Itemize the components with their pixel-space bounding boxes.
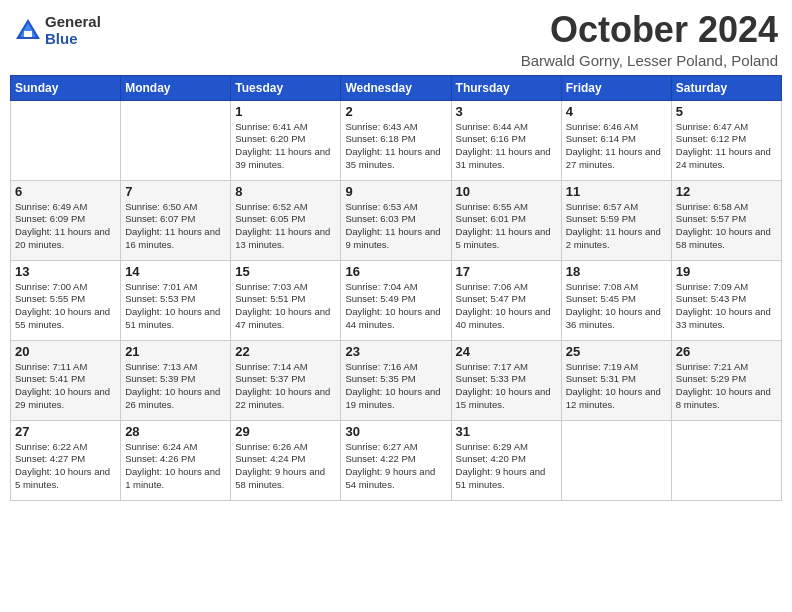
- day-number: 31: [456, 424, 557, 439]
- day-number: 18: [566, 264, 667, 279]
- logo-icon: [14, 17, 42, 45]
- cell-content: Sunrise: 7:17 AM Sunset: 5:33 PM Dayligh…: [456, 361, 557, 412]
- week-row-4: 20Sunrise: 7:11 AM Sunset: 5:41 PM Dayli…: [11, 340, 782, 420]
- calendar-cell: 26Sunrise: 7:21 AM Sunset: 5:29 PM Dayli…: [671, 340, 781, 420]
- calendar-cell: 3Sunrise: 6:44 AM Sunset: 6:16 PM Daylig…: [451, 100, 561, 180]
- day-number: 17: [456, 264, 557, 279]
- week-row-3: 13Sunrise: 7:00 AM Sunset: 5:55 PM Dayli…: [11, 260, 782, 340]
- day-number: 4: [566, 104, 667, 119]
- calendar-cell: 11Sunrise: 6:57 AM Sunset: 5:59 PM Dayli…: [561, 180, 671, 260]
- calendar-cell: 24Sunrise: 7:17 AM Sunset: 5:33 PM Dayli…: [451, 340, 561, 420]
- calendar-cell: 25Sunrise: 7:19 AM Sunset: 5:31 PM Dayli…: [561, 340, 671, 420]
- cell-content: Sunrise: 7:16 AM Sunset: 5:35 PM Dayligh…: [345, 361, 446, 412]
- day-number: 9: [345, 184, 446, 199]
- logo: General Blue: [14, 14, 101, 47]
- day-number: 12: [676, 184, 777, 199]
- calendar-cell: 14Sunrise: 7:01 AM Sunset: 5:53 PM Dayli…: [121, 260, 231, 340]
- calendar-cell: 19Sunrise: 7:09 AM Sunset: 5:43 PM Dayli…: [671, 260, 781, 340]
- day-number: 27: [15, 424, 116, 439]
- cell-content: Sunrise: 7:09 AM Sunset: 5:43 PM Dayligh…: [676, 281, 777, 332]
- calendar-cell: 10Sunrise: 6:55 AM Sunset: 6:01 PM Dayli…: [451, 180, 561, 260]
- calendar-cell: 6Sunrise: 6:49 AM Sunset: 6:09 PM Daylig…: [11, 180, 121, 260]
- calendar-cell: 4Sunrise: 6:46 AM Sunset: 6:14 PM Daylig…: [561, 100, 671, 180]
- cell-content: Sunrise: 6:43 AM Sunset: 6:18 PM Dayligh…: [345, 121, 446, 172]
- cell-content: Sunrise: 6:29 AM Sunset: 4:20 PM Dayligh…: [456, 441, 557, 492]
- cell-content: Sunrise: 7:13 AM Sunset: 5:39 PM Dayligh…: [125, 361, 226, 412]
- calendar-table: SundayMondayTuesdayWednesdayThursdayFrid…: [10, 75, 782, 501]
- cell-content: Sunrise: 6:46 AM Sunset: 6:14 PM Dayligh…: [566, 121, 667, 172]
- cell-content: Sunrise: 6:26 AM Sunset: 4:24 PM Dayligh…: [235, 441, 336, 492]
- cell-content: Sunrise: 6:57 AM Sunset: 5:59 PM Dayligh…: [566, 201, 667, 252]
- day-number: 5: [676, 104, 777, 119]
- calendar-cell: 18Sunrise: 7:08 AM Sunset: 5:45 PM Dayli…: [561, 260, 671, 340]
- header-tuesday: Tuesday: [231, 75, 341, 100]
- cell-content: Sunrise: 6:22 AM Sunset: 4:27 PM Dayligh…: [15, 441, 116, 492]
- calendar-cell: [671, 420, 781, 500]
- cell-content: Sunrise: 7:19 AM Sunset: 5:31 PM Dayligh…: [566, 361, 667, 412]
- calendar-cell: 13Sunrise: 7:00 AM Sunset: 5:55 PM Dayli…: [11, 260, 121, 340]
- cell-content: Sunrise: 6:55 AM Sunset: 6:01 PM Dayligh…: [456, 201, 557, 252]
- calendar-cell: 21Sunrise: 7:13 AM Sunset: 5:39 PM Dayli…: [121, 340, 231, 420]
- cell-content: Sunrise: 6:58 AM Sunset: 5:57 PM Dayligh…: [676, 201, 777, 252]
- header-sunday: Sunday: [11, 75, 121, 100]
- calendar-cell: 5Sunrise: 6:47 AM Sunset: 6:12 PM Daylig…: [671, 100, 781, 180]
- week-row-2: 6Sunrise: 6:49 AM Sunset: 6:09 PM Daylig…: [11, 180, 782, 260]
- day-number: 21: [125, 344, 226, 359]
- cell-content: Sunrise: 6:27 AM Sunset: 4:22 PM Dayligh…: [345, 441, 446, 492]
- header-saturday: Saturday: [671, 75, 781, 100]
- cell-content: Sunrise: 7:14 AM Sunset: 5:37 PM Dayligh…: [235, 361, 336, 412]
- day-number: 30: [345, 424, 446, 439]
- calendar-header-row: SundayMondayTuesdayWednesdayThursdayFrid…: [11, 75, 782, 100]
- day-number: 22: [235, 344, 336, 359]
- logo-blue-text: Blue: [45, 31, 101, 48]
- header-monday: Monday: [121, 75, 231, 100]
- calendar-cell: 28Sunrise: 6:24 AM Sunset: 4:26 PM Dayli…: [121, 420, 231, 500]
- calendar-cell: 12Sunrise: 6:58 AM Sunset: 5:57 PM Dayli…: [671, 180, 781, 260]
- cell-content: Sunrise: 6:44 AM Sunset: 6:16 PM Dayligh…: [456, 121, 557, 172]
- calendar-cell: 29Sunrise: 6:26 AM Sunset: 4:24 PM Dayli…: [231, 420, 341, 500]
- page-header: General Blue October 2024 Barwald Gorny,…: [10, 10, 782, 69]
- day-number: 26: [676, 344, 777, 359]
- calendar-cell: [11, 100, 121, 180]
- calendar-cell: 8Sunrise: 6:52 AM Sunset: 6:05 PM Daylig…: [231, 180, 341, 260]
- cell-content: Sunrise: 6:24 AM Sunset: 4:26 PM Dayligh…: [125, 441, 226, 492]
- header-wednesday: Wednesday: [341, 75, 451, 100]
- week-row-1: 1Sunrise: 6:41 AM Sunset: 6:20 PM Daylig…: [11, 100, 782, 180]
- day-number: 24: [456, 344, 557, 359]
- day-number: 7: [125, 184, 226, 199]
- calendar-cell: 16Sunrise: 7:04 AM Sunset: 5:49 PM Dayli…: [341, 260, 451, 340]
- location-title: Barwald Gorny, Lesser Poland, Poland: [521, 52, 778, 69]
- cell-content: Sunrise: 6:53 AM Sunset: 6:03 PM Dayligh…: [345, 201, 446, 252]
- cell-content: Sunrise: 7:21 AM Sunset: 5:29 PM Dayligh…: [676, 361, 777, 412]
- week-row-5: 27Sunrise: 6:22 AM Sunset: 4:27 PM Dayli…: [11, 420, 782, 500]
- calendar-cell: 27Sunrise: 6:22 AM Sunset: 4:27 PM Dayli…: [11, 420, 121, 500]
- day-number: 10: [456, 184, 557, 199]
- day-number: 14: [125, 264, 226, 279]
- day-number: 23: [345, 344, 446, 359]
- calendar-cell: 20Sunrise: 7:11 AM Sunset: 5:41 PM Dayli…: [11, 340, 121, 420]
- cell-content: Sunrise: 6:49 AM Sunset: 6:09 PM Dayligh…: [15, 201, 116, 252]
- cell-content: Sunrise: 6:52 AM Sunset: 6:05 PM Dayligh…: [235, 201, 336, 252]
- day-number: 25: [566, 344, 667, 359]
- calendar-cell: 31Sunrise: 6:29 AM Sunset: 4:20 PM Dayli…: [451, 420, 561, 500]
- day-number: 20: [15, 344, 116, 359]
- day-number: 2: [345, 104, 446, 119]
- calendar-cell: 15Sunrise: 7:03 AM Sunset: 5:51 PM Dayli…: [231, 260, 341, 340]
- header-friday: Friday: [561, 75, 671, 100]
- cell-content: Sunrise: 7:08 AM Sunset: 5:45 PM Dayligh…: [566, 281, 667, 332]
- calendar-cell: 1Sunrise: 6:41 AM Sunset: 6:20 PM Daylig…: [231, 100, 341, 180]
- cell-content: Sunrise: 6:47 AM Sunset: 6:12 PM Dayligh…: [676, 121, 777, 172]
- day-number: 15: [235, 264, 336, 279]
- day-number: 16: [345, 264, 446, 279]
- calendar-cell: 9Sunrise: 6:53 AM Sunset: 6:03 PM Daylig…: [341, 180, 451, 260]
- cell-content: Sunrise: 6:50 AM Sunset: 6:07 PM Dayligh…: [125, 201, 226, 252]
- day-number: 11: [566, 184, 667, 199]
- calendar-cell: [121, 100, 231, 180]
- cell-content: Sunrise: 6:41 AM Sunset: 6:20 PM Dayligh…: [235, 121, 336, 172]
- calendar-cell: 30Sunrise: 6:27 AM Sunset: 4:22 PM Dayli…: [341, 420, 451, 500]
- day-number: 3: [456, 104, 557, 119]
- cell-content: Sunrise: 7:01 AM Sunset: 5:53 PM Dayligh…: [125, 281, 226, 332]
- svg-rect-2: [24, 31, 32, 37]
- day-number: 29: [235, 424, 336, 439]
- calendar-cell: 2Sunrise: 6:43 AM Sunset: 6:18 PM Daylig…: [341, 100, 451, 180]
